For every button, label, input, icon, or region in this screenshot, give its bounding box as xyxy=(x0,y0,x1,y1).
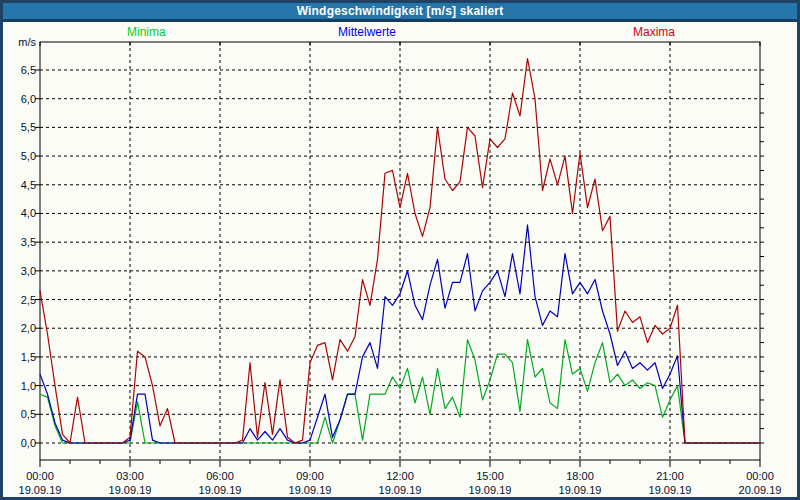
svg-text:6,5: 6,5 xyxy=(21,64,36,76)
svg-text:0,5: 0,5 xyxy=(21,408,36,420)
svg-text:03:00: 03:00 xyxy=(116,470,144,482)
svg-text:20.09.19: 20.09.19 xyxy=(739,484,782,496)
svg-text:06:00: 06:00 xyxy=(206,470,234,482)
legend-maxima-label: Maxima xyxy=(633,25,675,39)
y-axis-unit-label: m/s xyxy=(0,36,36,48)
svg-text:3,5: 3,5 xyxy=(21,236,36,248)
svg-text:5,5: 5,5 xyxy=(21,121,36,133)
svg-text:6,0: 6,0 xyxy=(21,93,36,105)
svg-text:5,0: 5,0 xyxy=(21,150,36,162)
svg-text:19.09.19: 19.09.19 xyxy=(649,484,692,496)
svg-text:19.09.19: 19.09.19 xyxy=(559,484,602,496)
svg-text:2,0: 2,0 xyxy=(21,322,36,334)
svg-text:19.09.19: 19.09.19 xyxy=(289,484,332,496)
legend-minima-label: Minima xyxy=(127,25,166,39)
svg-text:18:00: 18:00 xyxy=(566,470,594,482)
svg-text:00:00: 00:00 xyxy=(26,470,54,482)
svg-text:21:00: 21:00 xyxy=(656,470,684,482)
svg-text:15:00: 15:00 xyxy=(476,470,504,482)
svg-text:0,0: 0,0 xyxy=(21,437,36,449)
wind-speed-chart: 0,00,51,01,52,02,53,03,54,04,55,05,56,06… xyxy=(0,0,800,500)
svg-text:00:00: 00:00 xyxy=(746,470,774,482)
svg-text:19.09.19: 19.09.19 xyxy=(19,484,62,496)
svg-text:4,5: 4,5 xyxy=(21,179,36,191)
svg-text:4,0: 4,0 xyxy=(21,207,36,219)
svg-text:1,5: 1,5 xyxy=(21,351,36,363)
svg-text:12:00: 12:00 xyxy=(386,470,414,482)
svg-text:19.09.19: 19.09.19 xyxy=(469,484,512,496)
svg-text:2,5: 2,5 xyxy=(21,294,36,306)
svg-text:1,0: 1,0 xyxy=(21,380,36,392)
chart-title: Windgeschwindigkeit [m/s] skaliert xyxy=(297,4,504,18)
svg-text:3,0: 3,0 xyxy=(21,265,36,277)
legend-mittelwerte-label: Mittelwerte xyxy=(338,25,396,39)
svg-text:19.09.19: 19.09.19 xyxy=(379,484,422,496)
svg-text:19.09.19: 19.09.19 xyxy=(199,484,242,496)
svg-text:19.09.19: 19.09.19 xyxy=(109,484,152,496)
wind-chart-window: Windgeschwindigkeit [m/s] skaliert Minim… xyxy=(0,0,800,500)
title-bar: Windgeschwindigkeit [m/s] skaliert xyxy=(3,3,797,22)
svg-text:09:00: 09:00 xyxy=(296,470,324,482)
